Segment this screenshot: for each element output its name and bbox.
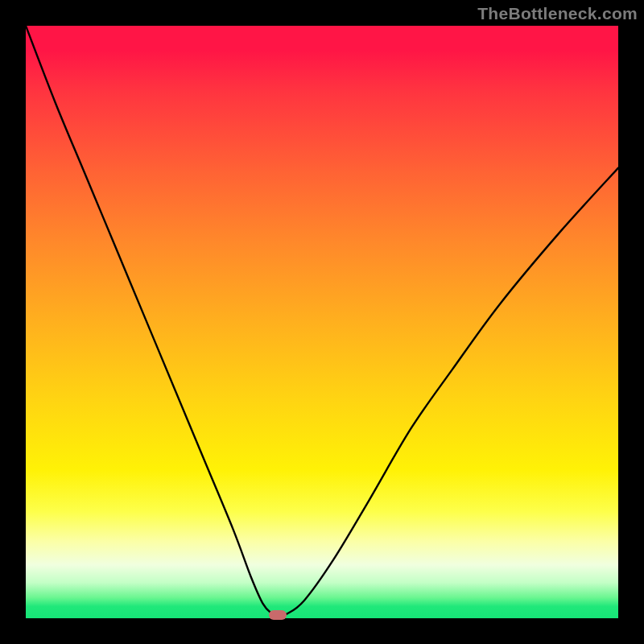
chart-frame: TheBottleneck.com [0, 0, 644, 644]
watermark-text: TheBottleneck.com [477, 4, 638, 23]
optimum-marker [269, 610, 287, 620]
plot-area [26, 26, 618, 618]
bottleneck-curve [26, 26, 618, 616]
curve-svg [26, 26, 618, 618]
